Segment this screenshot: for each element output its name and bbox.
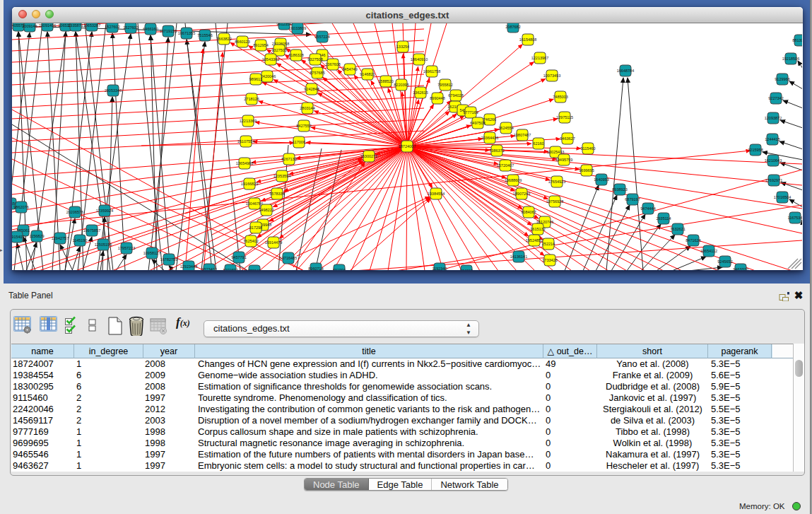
svg-text:9463627: 9463627 <box>560 136 575 141</box>
svg-text:12505195: 12505195 <box>95 243 112 247</box>
svg-text:2335871: 2335871 <box>68 23 83 28</box>
svg-text:9146821: 9146821 <box>360 72 375 76</box>
svg-text:16782759: 16782759 <box>160 257 177 262</box>
svg-text:19166829: 19166829 <box>241 182 258 186</box>
svg-text:9327503: 9327503 <box>271 48 286 52</box>
svg-text:17359924: 17359924 <box>96 209 113 213</box>
svg-text:9862076: 9862076 <box>13 205 28 209</box>
svg-text:10688609: 10688609 <box>505 178 522 182</box>
svg-text:9699695: 9699695 <box>579 168 594 173</box>
svg-text:12353594: 12353594 <box>273 174 290 178</box>
svg-text:19975857: 19975857 <box>83 228 100 233</box>
svg-text:5578334: 5578334 <box>269 192 284 196</box>
svg-text:989613: 989613 <box>249 77 262 81</box>
svg-text:16033809: 16033809 <box>289 26 306 30</box>
svg-text:7485003: 7485003 <box>553 95 567 99</box>
svg-text:133254: 133254 <box>396 45 409 49</box>
svg-text:2367608: 2367608 <box>325 62 340 66</box>
svg-text:62160: 62160 <box>533 141 543 146</box>
svg-text:13716485: 13716485 <box>280 256 297 260</box>
svg-text:9457791: 9457791 <box>231 255 246 259</box>
svg-text:17957223: 17957223 <box>118 246 135 250</box>
svg-text:19495759: 19495759 <box>555 158 572 162</box>
svg-text:3624554: 3624554 <box>498 126 513 130</box>
svg-text:2803144: 2803144 <box>300 106 314 110</box>
svg-text:2935114: 2935114 <box>656 216 671 221</box>
svg-text:19384554: 19384554 <box>428 192 445 196</box>
svg-text:7632621: 7632621 <box>670 227 685 231</box>
svg-text:7386372: 7386372 <box>489 148 504 153</box>
svg-text:10653287: 10653287 <box>83 23 100 28</box>
svg-text:3915407: 3915407 <box>12 235 25 239</box>
svg-text:8186328: 8186328 <box>288 53 303 57</box>
svg-text:6794028: 6794028 <box>448 93 463 98</box>
svg-text:1733426: 1733426 <box>542 258 557 262</box>
svg-text:9115460: 9115460 <box>580 146 595 151</box>
svg-text:7955812: 7955812 <box>437 83 452 87</box>
svg-text:12213369: 12213369 <box>240 119 257 123</box>
svg-text:1527602: 1527602 <box>105 25 119 29</box>
svg-text:16154808: 16154808 <box>519 37 536 42</box>
svg-text:1498222: 1498222 <box>259 208 273 212</box>
svg-text:12093872: 12093872 <box>765 116 782 120</box>
svg-text:1527602: 1527602 <box>123 25 138 30</box>
svg-text:1640953: 1640953 <box>594 177 608 182</box>
svg-text:9242848: 9242848 <box>304 87 319 91</box>
svg-text:2087682: 2087682 <box>505 25 520 29</box>
svg-text:17016504: 17016504 <box>774 195 791 199</box>
svg-text:10719155: 10719155 <box>160 29 177 33</box>
svg-text:10046786: 10046786 <box>246 201 263 206</box>
svg-text:18640910: 18640910 <box>411 57 428 62</box>
svg-text:17654923: 17654923 <box>548 180 565 184</box>
svg-text:16914479: 16914479 <box>265 240 282 245</box>
svg-text:16961758: 16961758 <box>423 69 440 74</box>
svg-text:904112: 904112 <box>460 269 473 270</box>
svg-text:331904: 331904 <box>333 268 346 270</box>
svg-text:20206576: 20206576 <box>66 210 83 214</box>
svg-text:10807487: 10807487 <box>514 133 531 137</box>
svg-text:9084067: 9084067 <box>521 210 536 214</box>
svg-text:14136141: 14136141 <box>510 255 527 259</box>
svg-text:8471626: 8471626 <box>686 238 700 243</box>
svg-text:6497508: 6497508 <box>470 121 485 125</box>
svg-text:3557224: 3557224 <box>314 35 329 39</box>
svg-text:10654112: 10654112 <box>700 249 717 253</box>
svg-text:1588520: 1588520 <box>378 79 393 83</box>
svg-text:18907249: 18907249 <box>513 192 530 196</box>
svg-text:19218506: 19218506 <box>782 57 799 61</box>
svg-text:12975115: 12975115 <box>556 115 573 119</box>
svg-text:1145190: 1145190 <box>72 238 87 243</box>
svg-text:8660123: 8660123 <box>235 40 249 44</box>
svg-text:1167534: 1167534 <box>787 216 802 220</box>
svg-text:252214: 252214 <box>542 242 555 246</box>
svg-text:9474444: 9474444 <box>640 206 655 211</box>
svg-text:8427552: 8427552 <box>296 124 311 128</box>
svg-text:7625402: 7625402 <box>243 239 258 243</box>
svg-text:8960714: 8960714 <box>308 267 323 270</box>
svg-text:6879197: 6879197 <box>625 197 640 201</box>
svg-text:18724007: 18724007 <box>399 144 416 148</box>
svg-text:8990448: 8990448 <box>430 96 445 100</box>
svg-text:2718126: 2718126 <box>244 97 259 101</box>
svg-text:8267130: 8267130 <box>281 157 296 161</box>
svg-text:16107554: 16107554 <box>237 139 254 144</box>
svg-text:12942757: 12942757 <box>52 236 69 240</box>
svg-text:10958127: 10958127 <box>143 251 160 255</box>
svg-text:9327508: 9327508 <box>307 57 322 62</box>
svg-text:8938923: 8938923 <box>612 187 627 192</box>
svg-text:1201692: 1201692 <box>223 268 237 270</box>
svg-text:29053346: 29053346 <box>105 88 122 93</box>
svg-text:12213967: 12213967 <box>531 56 548 60</box>
svg-text:20364436: 20364436 <box>481 136 498 140</box>
svg-text:16671355: 16671355 <box>178 31 195 35</box>
svg-text:10025433: 10025433 <box>547 150 564 154</box>
svg-text:12923448: 12923448 <box>180 264 197 269</box>
svg-text:9245652: 9245652 <box>717 259 732 264</box>
svg-text:15720407: 15720407 <box>497 163 514 168</box>
svg-text:9463320: 9463320 <box>733 267 748 270</box>
svg-text:772041: 772041 <box>248 269 261 270</box>
svg-text:8912954: 8912954 <box>253 43 268 47</box>
svg-text:2009146: 2009146 <box>22 24 37 28</box>
svg-text:7515546: 7515546 <box>197 33 212 37</box>
svg-text:7663822: 7663822 <box>216 37 231 41</box>
